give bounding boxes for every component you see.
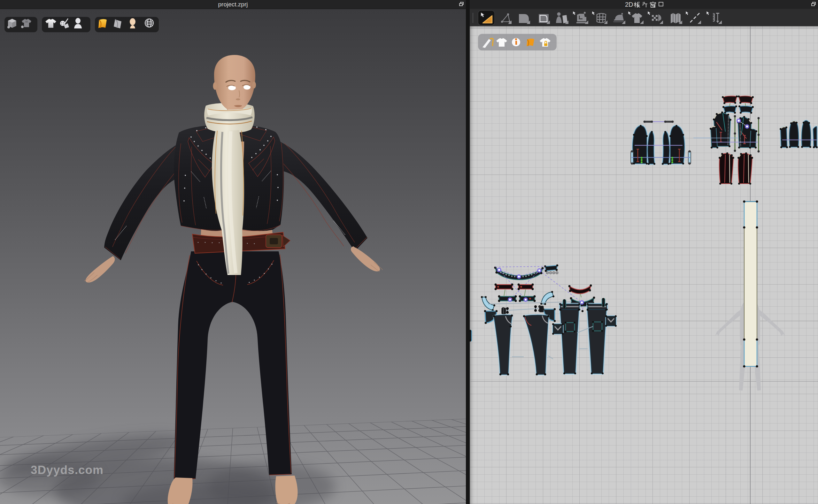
svg-text:2D: 2D	[625, 1, 633, 8]
